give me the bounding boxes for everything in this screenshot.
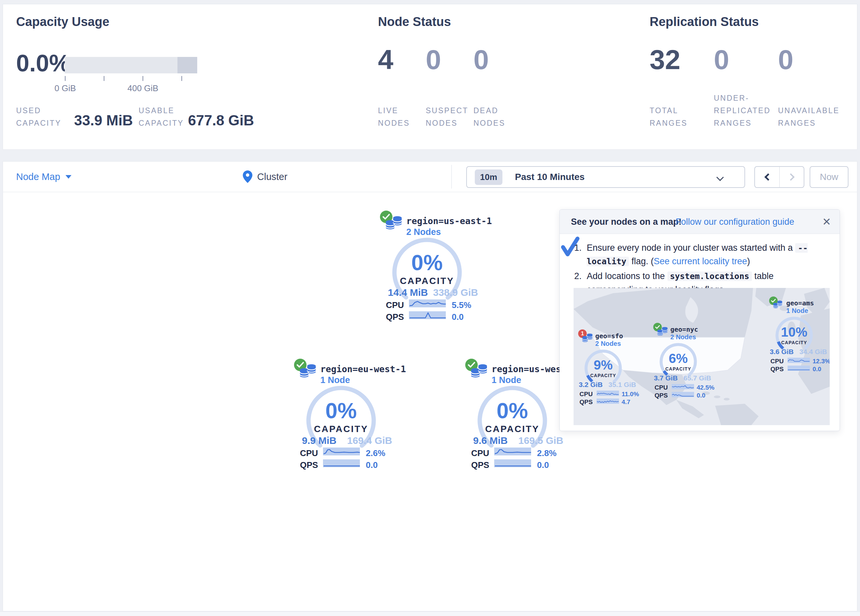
popup-header: See your nodes on a map! Follow our conf… (560, 210, 840, 234)
qps-value: 0.0 (697, 392, 705, 399)
qps-label: QPS (579, 398, 593, 406)
time-back-button[interactable] (755, 167, 779, 187)
suspect-nodes-count: 0 (426, 46, 441, 74)
qps-label: QPS (386, 312, 404, 322)
capacity-percent: 0% (476, 398, 549, 423)
qps-value: 0.0 (366, 460, 378, 470)
region-card-us-west-1[interactable]: region=us-west-1 1 Node 0% CAPACITY 9.6 … (465, 359, 564, 472)
chevron-down-icon (716, 174, 724, 181)
region-card-eu-west-1[interactable]: region=eu-west-1 1 Node 0% CAPACITY 9.9 … (294, 359, 393, 472)
qps-sparkline (596, 398, 619, 404)
cpu-label: CPU (654, 384, 668, 391)
cpu-label: CPU (471, 448, 489, 458)
region-name: region=eu-west-1 (320, 364, 406, 374)
breadcrumb-cluster[interactable]: Cluster (257, 171, 287, 182)
region-node-count[interactable]: 1 Node (491, 375, 521, 385)
qps-row: QPS 0.0 (771, 365, 829, 372)
region-card-us-east-1[interactable]: region=us-east-1 2 Nodes 0% CAPACITY 14.… (380, 211, 479, 324)
now-button[interactable]: Now (810, 166, 849, 188)
time-range-dropdown[interactable]: 10m Past 10 Minutes (466, 166, 745, 188)
capacity-used-value: 14.4 MiB (388, 287, 428, 298)
qps-row: QPS 0.0 (386, 312, 479, 320)
capacity-tick (65, 76, 66, 81)
cpu-label: CPU (579, 390, 593, 398)
system-locations-code: system.locations (667, 271, 752, 281)
node-map-config-popup: See your nodes on a map! Follow our conf… (559, 209, 840, 431)
locality-tree-link[interactable]: See current locality tree (654, 256, 747, 266)
used-capacity-label: USED CAPACITY (16, 103, 61, 129)
time-range-badge: 10m (475, 169, 502, 185)
cpu-value: 2.8% (537, 448, 556, 458)
capacity-bar-reserved-segment (177, 57, 197, 74)
example-world-map: 1 geo=sfo 2 Nodes 9% CAPACITY 3.2 GiB 35… (574, 288, 830, 425)
qps-row: QPS 0.0 (300, 460, 393, 469)
cpu-sparkline (596, 390, 619, 396)
unavailable-ranges-count: 0 (778, 46, 794, 74)
capacity-used-value: 3.7 GiB (654, 374, 678, 382)
region-node-count[interactable]: 1 Node (320, 375, 350, 385)
region-node-count: 2 Nodes (595, 340, 621, 348)
region-name: geo=ams (786, 299, 814, 307)
qps-value: 4.7 (621, 398, 630, 406)
capacity-gauge-label: CAPACITY (774, 340, 814, 345)
cpu-sparkline (494, 448, 531, 455)
cpu-label: CPU (300, 448, 318, 458)
stats-panel: Capacity Usage 0.0% 0 GiB 400 GiB USED C… (3, 4, 857, 150)
suspect-nodes-label: SUSPECT NODES (426, 86, 469, 129)
total-ranges-label: TOTAL RANGES (650, 86, 687, 129)
database-stack-icon (772, 301, 783, 311)
step-1-text: Ensure every node in your cluster was st… (587, 241, 830, 268)
under-replicated-ranges-label: UNDER- REPLICATED RANGES (714, 86, 771, 129)
dead-nodes-label: DEAD NODES (474, 86, 505, 129)
view-selector-dropdown[interactable]: Node Map (16, 161, 71, 192)
capacity-total-value: 169.4 GiB (340, 435, 392, 446)
qps-row: QPS 0.0 (654, 392, 712, 398)
qps-value: 0.0 (537, 460, 549, 470)
cpu-row: CPU 5.5% (386, 300, 479, 309)
database-stack-icon (581, 333, 593, 345)
qps-label: QPS (471, 460, 489, 470)
footer-strip (0, 611, 860, 616)
capacity-used-value: 3.2 GiB (579, 381, 603, 389)
database-stack-icon (656, 327, 669, 339)
capacity-percent: 0% (305, 398, 377, 423)
qps-sparkline (409, 311, 446, 319)
qps-row: QPS 0.0 (471, 460, 564, 469)
capacity-gauge-label: CAPACITY (476, 424, 549, 434)
qps-sparkline (788, 365, 810, 371)
capacity-total-value: 35.1 GiB (607, 381, 636, 389)
cpu-value: 12.3% (813, 358, 830, 365)
capacity-used-value: 9.6 MiB (473, 435, 508, 446)
step-1: 1. Ensure every node in your cluster was… (574, 241, 830, 268)
chevron-right-icon (787, 173, 794, 181)
caret-down-icon (66, 175, 71, 179)
cpu-sparkline (672, 384, 694, 389)
cpu-value: 2.6% (366, 448, 385, 458)
capacity-total-value: 34.4 GiB (798, 348, 827, 356)
capacity-gauge-label: CAPACITY (391, 276, 463, 286)
location-pin-icon (243, 171, 253, 183)
capacity-percent: 6% (659, 351, 698, 366)
close-icon[interactable]: ✕ (822, 216, 831, 228)
region-name: region=us-east-1 (406, 216, 492, 226)
region-node-count[interactable]: 2 Nodes (406, 227, 441, 237)
replication-status-title: Replication Status (650, 15, 759, 29)
database-stack-icon (470, 364, 488, 382)
capacity-gauge-label: CAPACITY (659, 366, 698, 371)
total-ranges-count: 32 (650, 46, 680, 74)
region-node-count: 2 Nodes (670, 333, 696, 341)
capacity-usage-title: Capacity Usage (16, 15, 109, 29)
time-forward-button[interactable] (779, 167, 804, 187)
region-node-count: 1 Node (786, 307, 808, 315)
cpu-value: 5.5% (452, 300, 471, 310)
node-status-title: Node Status (378, 15, 451, 29)
breadcrumb: Cluster (243, 161, 287, 192)
capacity-gauge-label: CAPACITY (584, 373, 623, 378)
cpu-sparkline (323, 448, 360, 455)
live-nodes-count: 4 (378, 46, 394, 74)
view-selector-label: Node Map (16, 171, 60, 182)
capacity-tick-label-0: 0 GiB (42, 83, 88, 94)
toolbar-divider (451, 165, 452, 188)
configuration-guide-link[interactable]: Follow our configuration guide (676, 217, 794, 227)
cpu-row: CPU 2.6% (300, 448, 393, 457)
